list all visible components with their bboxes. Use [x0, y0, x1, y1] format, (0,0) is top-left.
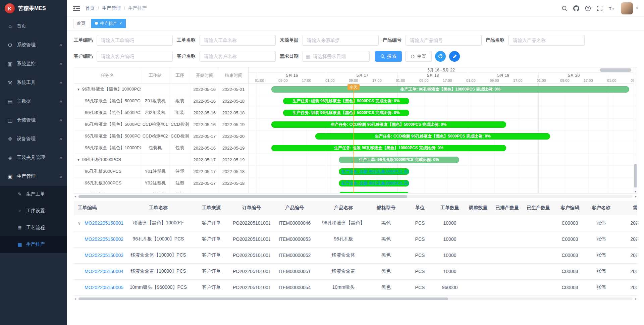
- order-code-link[interactable]: MO202205150004: [85, 269, 123, 274]
- chevron-down-icon: ∨: [60, 99, 62, 103]
- customer-name-input[interactable]: [200, 51, 276, 62]
- gantt-bar-3[interactable]: 生产任务: CCD检测 96孔移液盒【黑色】5000PCS 完成比例: 0%: [271, 121, 506, 128]
- order-code-link[interactable]: MO202205150001: [85, 220, 123, 226]
- sidebar-item-fixture-management[interactable]: ◈工装夹具管理∨: [0, 148, 67, 167]
- sidebar-item-production-management[interactable]: ◉生产管理∧: [0, 167, 67, 186]
- chevron-down-icon: ∨: [60, 156, 62, 160]
- reset-button[interactable]: 重置: [405, 51, 432, 62]
- gantt-header-scroll-thumb[interactable]: [600, 68, 631, 72]
- font-size-icon[interactable]: TT: [608, 5, 615, 11]
- order-code-link[interactable]: MO202205150005: [85, 285, 123, 290]
- task-cell-2: 2022-05-17: [190, 189, 219, 193]
- product-code-input[interactable]: [406, 35, 482, 46]
- demand-date-input[interactable]: [303, 51, 370, 62]
- app-logo[interactable]: K 苦糖果MES: [0, 0, 67, 17]
- order-cell-unit: PCS: [404, 231, 436, 247]
- device-icon: ❖: [7, 136, 13, 142]
- source-doc-input[interactable]: [303, 35, 379, 46]
- gantt-bar-2[interactable]: 生产任务: 组装 96孔移液盒【黑色】5000PCS 完成比例: 0%: [283, 110, 409, 116]
- refresh-circle-button[interactable]: [435, 51, 446, 62]
- gantt-task-grid: 任务名工作站工序开始时间结束时间 ▼96孔移液盒【黑色】10000PCS2022…: [74, 67, 249, 193]
- sidebar-item-equipment-management[interactable]: ❖设备管理∨: [0, 129, 67, 148]
- order-code-link[interactable]: MO202205150002: [85, 236, 123, 242]
- gantt-hscroll-left-arrow[interactable]: ◂: [74, 195, 76, 198]
- breadcrumb-item-0[interactable]: 首页: [85, 5, 95, 11]
- orders-hscroll-right-arrow[interactable]: ▸: [635, 297, 637, 301]
- task-name: 96孔移液盒【黑色】5000PCS: [85, 133, 141, 139]
- gantt-task-row-2[interactable]: 96孔移液盒【黑色】5000PCSZ02组装机组装2022-05-162022-…: [74, 107, 248, 119]
- gantt-task-row-0[interactable]: ▼96孔移液盒【黑色】10000PCS2022-05-162022-05-21: [74, 84, 248, 95]
- caret-down-icon[interactable]: ▼: [77, 158, 80, 162]
- process-icon: ≡: [17, 208, 23, 214]
- sidebar-item-system-management[interactable]: ⚙系统管理∨: [0, 36, 67, 54]
- user-avatar[interactable]: [621, 2, 633, 14]
- orders-row-2[interactable]: MO202205150003移液盒盒体【10000】PCS客户订单PO20220…: [74, 247, 637, 263]
- sidebar-collapse-button[interactable]: [73, 5, 80, 11]
- sidebar-item-production-scheduling[interactable]: ▦生产排产: [0, 236, 67, 253]
- sidebar-item-home[interactable]: ⌂首页: [0, 17, 67, 36]
- chevron-down-icon: ∨: [60, 80, 62, 85]
- sidebar-item-system-tools[interactable]: ⚒系统工具∨: [0, 73, 67, 92]
- gantt-hscroll-thumb[interactable]: [78, 195, 407, 198]
- customer-code-input[interactable]: [97, 51, 173, 62]
- hour-label: 17:00: [443, 78, 452, 83]
- sidebar-item-label: 仓储管理: [17, 117, 60, 123]
- gantt-task-row-1[interactable]: 96孔移液盒【黑色】5000PCSZ01组装机组装2022-05-162022-…: [74, 95, 248, 107]
- gantt-column-header-1: 工作站: [141, 67, 170, 83]
- order-code-cell: MO202205150004: [74, 263, 127, 279]
- gantt-bar-1[interactable]: 生产任务: 组装 96孔移液盒【黑色】5000PCS 完成比例: 0%: [283, 98, 409, 104]
- fullscreen-icon[interactable]: [597, 5, 603, 11]
- search-icon[interactable]: [561, 5, 568, 11]
- avatar-caret-down-icon[interactable]: ▾: [636, 6, 638, 10]
- gantt-task-row-6[interactable]: ▼96孔孔板10000PCS2022-05-172022-05-19: [74, 154, 248, 166]
- gantt-bar-6[interactable]: 生产工单: 96孔孔板10000PCS 完成比例: 0%: [339, 157, 459, 163]
- gantt-bar-7[interactable]: 生产任务: 注塑 96孔孔板3000PCS 完成比例: 0%: [339, 168, 409, 175]
- sidebar-item-warehouse-management[interactable]: ◫仓储管理∨: [0, 111, 67, 129]
- breadcrumb-item-1[interactable]: 生产管理: [102, 5, 121, 11]
- workorder-code-input[interactable]: [97, 35, 173, 46]
- gantt-vscroll-down-arrow[interactable]: ▼: [634, 190, 637, 193]
- orders-row-4[interactable]: MO20220515000510mm吸头【960000】PCS客户订单PO202…: [74, 279, 637, 295]
- orders-hscroll-thumb[interactable]: [78, 297, 448, 300]
- gantt-bar-8[interactable]: 生产任务: 注塑 96孔孔板3000PCS 完成比例: 0%: [339, 180, 409, 186]
- order-cell-adjust_qty: [464, 263, 492, 279]
- orders-column-3: 订单编号: [233, 201, 270, 215]
- gantt-task-row-7[interactable]: 96孔孔板3000PCSY01注塑机注塑2022-05-172022-05-18: [74, 166, 248, 177]
- edit-circle-button[interactable]: [449, 51, 460, 62]
- sidebar-item-label: 系统监控: [17, 61, 60, 67]
- order-code-link[interactable]: MO202205150003: [85, 253, 123, 258]
- gantt-bar-4[interactable]: 生产任务: CCD检测 96孔移液盒【黑色】5000PCS 完成比例: 0%: [315, 133, 550, 140]
- gantt-task-row-8[interactable]: 96孔孔板3000PCSY02注塑机注塑2022-05-172022-05-18: [74, 177, 248, 189]
- gantt-hscroll-right-arrow[interactable]: ▸: [635, 195, 637, 198]
- tab-home[interactable]: 首页: [73, 19, 89, 28]
- sidebar-item-system-monitor[interactable]: ▣系统监控∨: [0, 54, 67, 73]
- gantt-task-row-9[interactable]: 96孔孔板3000PCSY03注塑机注塑2022-05-172022-05-18: [74, 189, 248, 193]
- orders-row-1[interactable]: MO20220515000296孔孔板【10000】PCS客户订单PO20220…: [74, 231, 637, 247]
- gantt-bar-row-3: 生产任务: CCD检测 96孔移液盒【黑色】5000PCS 完成比例: 0%: [249, 119, 634, 130]
- product-name-input[interactable]: [508, 35, 585, 46]
- gantt-vscroll-thumb[interactable]: [634, 164, 637, 187]
- order-cell-qty: 10000: [436, 247, 464, 263]
- sidebar-item-master-data[interactable]: ▤主数据∨: [0, 92, 67, 111]
- sidebar-item-production-workorder[interactable]: ✎生产工单: [0, 186, 67, 203]
- github-icon[interactable]: [573, 5, 579, 11]
- gantt-bar-0[interactable]: 生产工单: 96孔移液盒【黑色】10000PCS 完成比例: 0%: [271, 86, 630, 93]
- caret-down-icon[interactable]: ▼: [77, 88, 80, 91]
- orders-hscroll-left-arrow[interactable]: ◂: [74, 297, 76, 301]
- sidebar-item-process-settings[interactable]: ≡工序设置: [0, 203, 67, 219]
- sidebar-item-process-flow[interactable]: ≣工艺流程: [0, 219, 67, 236]
- task-cell-3: 2022-05-19: [219, 119, 248, 130]
- search-button[interactable]: 搜索: [375, 51, 402, 62]
- help-icon[interactable]: ?: [585, 5, 591, 11]
- row-expand-chevron-icon[interactable]: ∨: [78, 221, 85, 226]
- orders-row-0[interactable]: ∨MO202205150001移液盒【黑色】10000个客户订单PO202205…: [74, 215, 637, 231]
- gantt-bar-5[interactable]: 生产任务: 包装 96孔移液盒【黑色】10000PCS 完成比例: 0%: [271, 145, 506, 151]
- gantt-task-row-4[interactable]: 96孔移液盒【黑色】5000PCSCCD检测#02CCD检测2022-05-17…: [74, 130, 248, 142]
- gantt-task-row-3[interactable]: 96孔移液盒【黑色】5000PCSCCD检测#01CCD检测2022-05-16…: [74, 119, 248, 130]
- tab-production-scheduling[interactable]: 生产排产×: [91, 19, 126, 28]
- gantt-task-row-5[interactable]: 96孔移液盒【黑色】10000PCS包装机包装2022-05-162022-05…: [74, 142, 248, 154]
- tab-close-icon[interactable]: ×: [119, 21, 122, 25]
- workorder-name-input[interactable]: [200, 35, 276, 46]
- orders-row-3[interactable]: MO202205150004移液盒盒盖【10000】PCS客户订单PO20220…: [74, 263, 637, 279]
- gantt-bar-9[interactable]: 生产任务: 注塑 96孔孔板3000PCS 完成比例: 0%: [339, 192, 409, 193]
